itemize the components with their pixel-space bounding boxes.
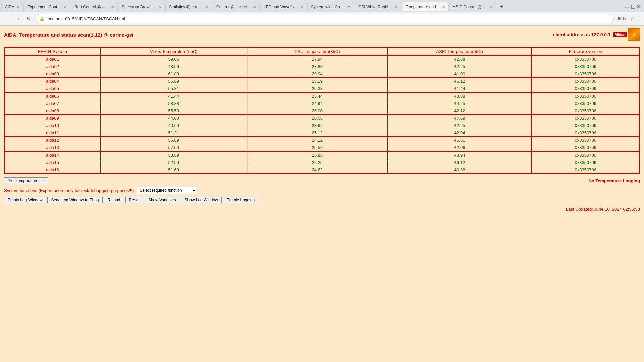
cell-system: aida12 (4, 137, 100, 144)
cell-firmware: 0x3350706 (532, 122, 640, 129)
cell-virtex: 57.00 (100, 144, 247, 152)
cell-asic: 43.94 (387, 152, 531, 159)
tab-system-wide[interactable]: System wide Chec... ✕ (307, 2, 354, 11)
page-content: AIDA: Temperature and status scan(1.12) … (0, 26, 644, 362)
page-header: AIDA: Temperature and status scan(1.12) … (4, 28, 640, 41)
tab-close-spectrum[interactable]: ✕ (158, 5, 161, 9)
cell-psu: 22.25 (247, 159, 387, 166)
cell-system: aida07 (4, 100, 100, 107)
cell-psu: 25.56 (247, 144, 387, 152)
tab-close-temperature[interactable]: ✕ (442, 5, 445, 9)
address-bar[interactable]: 🔒 localhost:8015/AIDA/TSCAN/TSCAN.tml (35, 14, 614, 23)
function-select[interactable]: Select required function (137, 187, 197, 194)
cell-asic: 46.12 (387, 159, 531, 166)
cell-psu: 25.38 (247, 85, 387, 93)
tab-close-statistics[interactable]: ✕ (206, 5, 209, 9)
tab-close-experiment[interactable]: ✕ (64, 5, 67, 9)
cell-psu: 23.62 (247, 122, 387, 129)
cell-asic: 42.25 (387, 122, 531, 129)
tab-gsi-white-rabbit[interactable]: GSI White Rabbit T... ✕ (355, 2, 401, 11)
tab-close-asic[interactable]: ✕ (489, 5, 492, 9)
cell-system: aida14 (4, 152, 100, 159)
cell-virtex: 51.31 (100, 129, 247, 137)
cell-system: aida10 (4, 122, 100, 129)
new-tab-button[interactable]: + (497, 2, 506, 11)
forward-button[interactable]: → (13, 14, 22, 23)
bottom-divider (4, 214, 640, 214)
cell-virtex: 44.00 (100, 115, 247, 122)
system-functions-label: System functions (Expert users only for … (4, 188, 134, 193)
close-button[interactable]: ✕ (636, 3, 641, 10)
maximize-button[interactable]: □ (631, 3, 635, 10)
cell-asic: 42.12 (387, 107, 531, 115)
tabs-bar: AIDA ✕ Experiment Contro... ✕ Run Contro… (0, 0, 644, 12)
table-row: aida1357.0025.5642.060x3350706 (4, 144, 640, 152)
back-button[interactable]: ← (3, 14, 11, 23)
cell-firmware: 0x3350706 (532, 78, 640, 85)
cell-virtex: 40.69 (100, 122, 247, 129)
tab-experiment-control[interactable]: Experiment Contro... ✕ (23, 2, 70, 11)
cell-system: aida11 (4, 129, 100, 137)
col-header-asic: ASIC Temperature(55C) (387, 47, 531, 56)
address-text: localhost:8015/AIDA/TSCAN/TSCAN.tml (47, 16, 125, 21)
reset-button[interactable]: Reset (125, 197, 143, 203)
tab-close-control[interactable]: ✕ (253, 5, 256, 9)
cell-firmware: 0x3350706 (532, 166, 640, 174)
address-icon: 🔒 (39, 16, 45, 21)
cell-system: aida01 (4, 56, 100, 63)
tab-aida[interactable]: AIDA ✕ (1, 2, 23, 11)
enable-logging-button[interactable]: Enable Logging (223, 197, 258, 203)
empty-log-window-button[interactable]: Empty Log Window (4, 197, 46, 203)
cell-psu: 23.19 (247, 78, 387, 85)
system-functions-row: System functions (Expert users only for … (4, 187, 640, 194)
cell-virtex: 53.69 (100, 152, 247, 159)
cell-asic: 47.69 (387, 115, 531, 122)
cell-system: aida04 (4, 78, 100, 85)
show-variables-button[interactable]: Show Variables (145, 197, 180, 203)
tab-close-system-wide[interactable]: ✕ (347, 5, 351, 9)
cell-firmware: 0x3350706 (532, 159, 640, 166)
extensions-button[interactable]: ⋮ (637, 16, 641, 21)
send-log-elog-button[interactable]: Send Log Window to ELog (47, 197, 102, 203)
show-log-window-button[interactable]: Show Log Window (181, 197, 221, 203)
cell-asic: 45.12 (387, 78, 531, 85)
plot-temperature-button[interactable]: Plot Temperature file (4, 177, 48, 184)
window-controls: — □ ✕ (624, 3, 644, 10)
cell-virtex: 51.69 (100, 166, 247, 174)
tab-led-waveform[interactable]: LED and Waveform... ✕ (260, 2, 307, 11)
cell-psu: 25.44 (247, 93, 387, 100)
cell-asic: 44.25 (387, 100, 531, 107)
tab-close-gsi[interactable]: ✕ (395, 5, 398, 9)
tab-close-led[interactable]: ✕ (300, 5, 303, 9)
reload-page-button[interactable]: ↻ (24, 14, 33, 23)
col-header-firmware: Firmware version (532, 47, 640, 56)
tab-statistics[interactable]: Statistics @ carme... ✕ (165, 2, 212, 11)
cell-system: aida05 (4, 85, 100, 93)
cell-virtex: 61.88 (100, 70, 247, 78)
bookmark-button[interactable]: ☆ (630, 16, 635, 22)
tab-asic-control[interactable]: ASIC Control @ ca... ✕ (449, 2, 496, 11)
cell-psu: 27.88 (247, 63, 387, 70)
minimize-button[interactable]: — (624, 3, 630, 10)
midas-logo: Midas (613, 32, 627, 37)
cell-asic: 42.25 (387, 63, 531, 70)
reload-button[interactable]: Reload (104, 197, 124, 203)
browser-chrome: AIDA ✕ Experiment Contro... ✕ Run Contro… (0, 0, 644, 26)
cell-system: aida09 (4, 115, 100, 122)
table-row: aida0758.8824.9444.250x3350706 (4, 100, 640, 107)
table-row: aida1552.5022.2546.120x3350706 (4, 159, 640, 166)
cell-virtex: 41.44 (100, 93, 247, 100)
cell-virtex: 52.50 (100, 159, 247, 166)
cell-asic: 43.88 (387, 93, 531, 100)
cell-psu: 26.06 (247, 115, 387, 122)
table-row: aida1040.6923.6242.250x3350706 (4, 122, 640, 129)
tab-close-aida[interactable]: ✕ (16, 5, 19, 9)
cell-firmware: 0x3350706 (532, 115, 640, 122)
tab-run-control[interactable]: Run Control @ cam... ✕ (71, 2, 118, 11)
tab-temperature[interactable]: Temperature and s... ✕ (402, 2, 449, 11)
tab-spectrum-browser[interactable]: Spectrum Browser... ✕ (118, 2, 165, 11)
tab-control[interactable]: Control @ carme-c... ✕ (213, 2, 260, 11)
tab-close-run[interactable]: ✕ (111, 5, 114, 9)
table-row: aida0456.6923.1945.120x3350706 (4, 78, 640, 85)
table-row: aida0555.3125.3841.440x3350706 (4, 85, 640, 93)
